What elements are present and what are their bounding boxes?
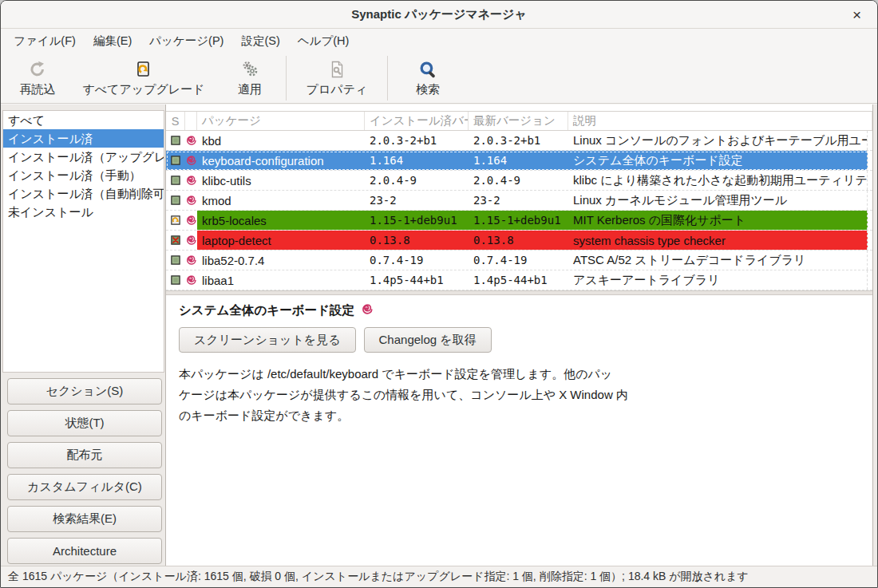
view-screenshot-button[interactable]: スクリーンショットを見る (179, 327, 356, 353)
package-row-keyboard-configuration[interactable]: keyboard-configuration1.1641.164システム全体のキ… (166, 151, 872, 171)
package-table-header: Sパッケージインストール済バージョン最新バージョン説明 (166, 112, 872, 131)
filter-installed-manual[interactable]: インストール済（手動） (3, 166, 164, 184)
menu-file[interactable]: ファイル(F) (5, 29, 85, 53)
status-cell (166, 270, 185, 290)
latest-version: 23-2 (469, 191, 568, 210)
debian-swirl-icon (186, 135, 197, 146)
package-icon-cell (185, 270, 197, 290)
installed-version: 1.15-1+deb9u1 (365, 211, 469, 230)
menu-package[interactable]: パッケージ(P) (140, 29, 232, 53)
properties-button-label: プロパティ (307, 82, 368, 97)
package-icon-cell (185, 171, 197, 190)
apply-button[interactable]: 適用 (215, 53, 285, 103)
installed-version: 23-2 (365, 191, 469, 210)
status-bar: 全 1615 パッケージ（インストール済: 1615 個, 破損 0 個, イン… (1, 566, 877, 587)
status-installed-icon (171, 155, 180, 166)
status-installed-icon (171, 255, 180, 266)
upgrade-all-button[interactable]: すべてアップグレード (73, 53, 215, 103)
filter-list: すべてインストール済インストール済（アップグレード可）インストール済（手動）イン… (2, 110, 164, 373)
details-title: システム全体のキーボード設定 (179, 302, 354, 319)
latest-version: 0.13.8 (469, 231, 568, 250)
close-icon[interactable]: × (846, 4, 868, 26)
description-line: ケージは本パッケージが提供するこの情報を用いて、コンソール上や X Window… (179, 385, 860, 405)
custom-filters-button[interactable]: カスタムフィルタ(C) (7, 474, 162, 500)
package-icon-cell (185, 211, 197, 230)
package-name: keyboard-configuration (197, 151, 365, 170)
status-text: 全 1615 パッケージ（インストール済: 1615 個, 破損 0 個, イン… (8, 570, 749, 584)
filter-installed-autoremovable[interactable]: インストール済（自動削除可能） (3, 184, 164, 203)
window-title: Synaptic パッケージマネージャ (351, 7, 527, 22)
col-latest-version[interactable]: 最新バージョン (469, 112, 568, 130)
description-line: 本パッケージは /etc/default/keyboard でキーボード設定を管… (179, 364, 860, 385)
origin-button[interactable]: 配布元 (7, 442, 162, 468)
col-icon[interactable] (185, 112, 197, 130)
menu-settings[interactable]: 設定(S) (232, 29, 288, 53)
upgrade-all-button-label: すべてアップグレード (82, 82, 204, 97)
sections-button[interactable]: セクション(S) (7, 378, 162, 404)
filter-not-installed[interactable]: 未インストール (3, 203, 164, 221)
status-cell (166, 171, 185, 190)
package-name: liba52-0.7.4 (197, 251, 365, 270)
latest-version: 1.4p5-44+b1 (469, 270, 568, 290)
package-name: klibc-utils (197, 171, 365, 190)
properties-button[interactable]: プロパティ (287, 53, 386, 103)
package-description: Linux コンソールのフォントおよびキーテーブル用ユーティリティ (568, 131, 868, 150)
package-icon-cell (185, 191, 197, 210)
debian-swirl-icon (186, 215, 197, 226)
package-table-rows: kbd2.0.3-2+b12.0.3-2+b1Linux コンソールのフォントお… (166, 131, 872, 290)
latest-version: 2.0.3-2+b1 (469, 131, 568, 150)
content: すべてインストール済インストール済（アップグレード可）インストール済（手動）イン… (1, 105, 877, 566)
debian-swirl-icon (362, 303, 374, 315)
package-description: Linux カーネルモジュール管理用ツール (568, 191, 868, 210)
package-row-krb5-locales[interactable]: krb5-locales1.15-1+deb9u11.15-1+deb9u1MI… (166, 211, 872, 231)
col-status[interactable]: S (166, 112, 185, 130)
menu-edit[interactable]: 編集(E) (85, 29, 140, 53)
latest-version: 1.164 (469, 151, 568, 170)
installed-version: 1.4p5-44+b1 (365, 270, 469, 290)
status-upgrade-icon (171, 215, 180, 226)
package-row-liba52-0.7.4[interactable]: liba52-0.7.40.7.4-190.7.4-19ATSC A/52 スト… (166, 251, 872, 270)
package-icon-cell (185, 231, 197, 250)
col-installed-version[interactable]: インストール済バージョン (365, 112, 469, 130)
package-row-laptop-detect[interactable]: laptop-detect0.13.80.13.8system chassis … (166, 231, 872, 251)
get-changelog-button[interactable]: Changelog を取得 (364, 327, 492, 353)
package-row-kbd[interactable]: kbd2.0.3-2+b12.0.3-2+b1Linux コンソールのフォントお… (166, 131, 872, 151)
package-icon-cell (185, 151, 197, 170)
reload-icon (28, 60, 47, 79)
status-cell (166, 231, 185, 250)
package-table: Sパッケージインストール済バージョン最新バージョン説明 kbd2.0.3-2+b… (166, 111, 872, 290)
search-button[interactable]: 検索 (389, 53, 467, 103)
toolbar: 再読込すべてアップグレード適用プロパティ検索 (1, 53, 877, 104)
latest-version: 0.7.4-19 (469, 251, 568, 270)
toolbar-separator (286, 56, 287, 101)
debian-swirl-icon (186, 255, 197, 266)
package-description: ATSC A/52 ストリームデコードライブラリ (568, 251, 868, 270)
package-name: laptop-detect (197, 231, 365, 250)
filter-installed-upgradable[interactable]: インストール済（アップグレード可） (3, 148, 164, 166)
package-name: libaa1 (197, 270, 365, 290)
search-results-button[interactable]: 検索結果(E) (7, 506, 162, 532)
package-row-libaa1[interactable]: libaa11.4p5-44+b11.4p5-44+b1アスキーアートライブラリ (166, 270, 872, 290)
filter-installed[interactable]: インストール済 (3, 129, 164, 148)
search-icon (418, 60, 438, 80)
details-description: 本パッケージは /etc/default/keyboard でキーボード設定を管… (179, 364, 860, 426)
reload-button-label: 再読込 (20, 82, 56, 97)
package-row-klibc-utils[interactable]: klibc-utils2.0.4-92.0.4-9klibc により構築された小… (166, 171, 872, 191)
installed-version: 0.13.8 (365, 231, 469, 250)
status-installed-icon (171, 175, 180, 186)
status-button[interactable]: 状態(T) (7, 410, 162, 436)
col-description[interactable]: 説明 (568, 112, 872, 130)
menu-help[interactable]: ヘルプ(H) (289, 29, 358, 53)
architecture-button[interactable]: Architecture (7, 538, 162, 564)
package-row-kmod[interactable]: kmod23-223-2Linux カーネルモジュール管理用ツール (166, 191, 872, 211)
installed-version: 2.0.3-2+b1 (365, 131, 469, 150)
main-pane: Sパッケージインストール済バージョン最新バージョン説明 kbd2.0.3-2+b… (166, 105, 873, 566)
col-package[interactable]: パッケージ (197, 112, 365, 130)
package-description: アスキーアートライブラリ (568, 270, 868, 290)
description-line: のキーボード設定ができます。 (179, 405, 860, 426)
apply-icon (240, 60, 259, 79)
filter-all[interactable]: すべて (3, 111, 164, 129)
reload-button[interactable]: 再読込 (2, 53, 73, 103)
titlebar[interactable]: Synaptic パッケージマネージャ × (1, 1, 877, 29)
sidebar: すべてインストール済インストール済（アップグレード可）インストール済（手動）イン… (1, 105, 166, 566)
